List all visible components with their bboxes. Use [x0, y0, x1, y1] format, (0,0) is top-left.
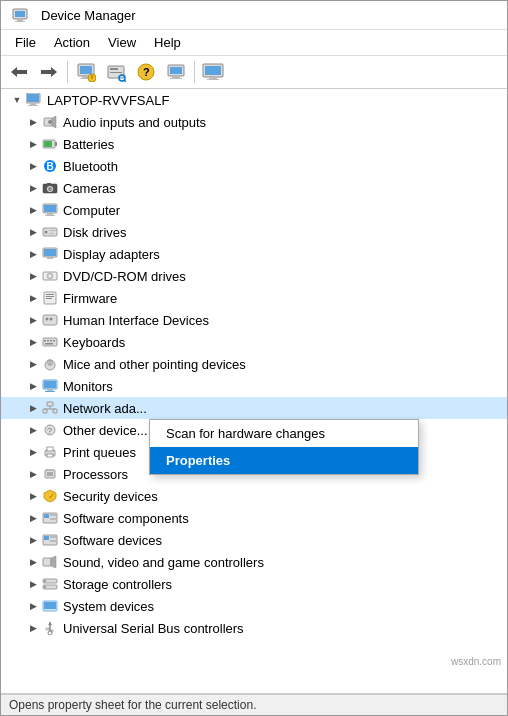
- svg-rect-7: [41, 70, 51, 74]
- disk-icon: [41, 224, 59, 240]
- svg-rect-23: [172, 76, 180, 78]
- tree-item-dvd[interactable]: ▶ DVD/CD-ROM drives: [1, 265, 507, 287]
- processors-label: Processors: [63, 467, 128, 482]
- title-bar: Device Manager: [1, 1, 507, 30]
- tree-item-software-devices[interactable]: ▶ Software devices: [1, 529, 507, 551]
- batteries-label: Batteries: [63, 137, 114, 152]
- svg-rect-16: [110, 72, 122, 73]
- chevron-mice: ▶: [25, 359, 41, 369]
- root-label: LAPTOP-RVVFSALF: [47, 93, 169, 108]
- svg-rect-66: [43, 338, 57, 346]
- svg-point-35: [48, 120, 52, 124]
- context-menu-scan[interactable]: Scan for hardware changes: [150, 420, 418, 447]
- disk-label: Disk drives: [63, 225, 127, 240]
- window-title: Device Manager: [41, 8, 136, 23]
- tree-item-system[interactable]: ▶ System devices: [1, 595, 507, 617]
- svg-rect-89: [47, 454, 53, 457]
- scan-button[interactable]: [102, 59, 130, 85]
- svg-rect-54: [44, 249, 56, 256]
- tree-item-keyboards[interactable]: ▶ Keyboards: [1, 331, 507, 353]
- tree-item-storage[interactable]: ▶ Storage controllers: [1, 573, 507, 595]
- back-button[interactable]: [5, 59, 33, 85]
- svg-point-116: [48, 631, 52, 635]
- svg-text:?: ?: [47, 426, 52, 436]
- security-icon: ✓: [41, 488, 59, 504]
- tree-item-firmware[interactable]: ▶ Firmware: [1, 287, 507, 309]
- audio-icon: [41, 114, 59, 130]
- chevron-system: ▶: [25, 601, 41, 611]
- svg-marker-113: [48, 622, 52, 625]
- tree-item-sound[interactable]: ▶ Sound, video and game controllers: [1, 551, 507, 573]
- svg-text:✓: ✓: [48, 492, 55, 501]
- svg-rect-70: [53, 340, 55, 342]
- menu-help[interactable]: Help: [146, 32, 189, 53]
- tree-item-security[interactable]: ▶ ✓ Security devices: [1, 485, 507, 507]
- tree-item-batteries[interactable]: ▶ Batteries: [1, 133, 507, 155]
- toolbar-separator-2: [194, 61, 195, 83]
- svg-rect-78: [45, 391, 55, 392]
- tree-item-bluetooth[interactable]: ▶ B Bluetooth: [1, 155, 507, 177]
- tree-item-cameras[interactable]: ▶ Cameras: [1, 177, 507, 199]
- menu-view[interactable]: View: [100, 32, 144, 53]
- print-icon: [41, 444, 59, 460]
- svg-rect-38: [44, 141, 52, 147]
- svg-rect-76: [44, 381, 56, 388]
- svg-marker-105: [51, 556, 56, 568]
- chevron-root: ▼: [9, 95, 25, 105]
- tree-item-audio[interactable]: ▶ Audio inputs and outputs: [1, 111, 507, 133]
- svg-rect-27: [209, 77, 217, 79]
- svg-rect-61: [46, 296, 54, 297]
- firmware-icon: [41, 290, 59, 306]
- chevron-cameras: ▶: [25, 183, 41, 193]
- tree-item-mice[interactable]: ▶ Mice and other pointing devices: [1, 353, 507, 375]
- tree-item-computer[interactable]: ▶ Computer: [1, 199, 507, 221]
- display-icon: [41, 246, 59, 262]
- chevron-sound: ▶: [25, 557, 41, 567]
- context-menu-properties[interactable]: Properties: [150, 447, 418, 474]
- forward-button[interactable]: [35, 59, 63, 85]
- chevron-disk: ▶: [25, 227, 41, 237]
- tree-item-disk[interactable]: ▶ Disk drives: [1, 221, 507, 243]
- tree-area[interactable]: ▼ LAPTOP-RVVFSALF ▶ Audio inputs and out…: [1, 89, 507, 694]
- bluetooth-icon: B: [41, 158, 59, 174]
- other-label: Other device...: [63, 423, 148, 438]
- properties-button[interactable]: [72, 59, 100, 85]
- monitors-label: Monitors: [63, 379, 113, 394]
- svg-line-18: [124, 80, 126, 82]
- chevron-audio: ▶: [25, 117, 41, 127]
- tree-item-network[interactable]: ▶ Network ada...: [1, 397, 507, 419]
- software-components-icon: [41, 510, 59, 526]
- dvd-icon: [41, 268, 59, 284]
- firmware-label: Firmware: [63, 291, 117, 306]
- print-label: Print queues: [63, 445, 136, 460]
- status-text: Opens property sheet for the current sel…: [9, 698, 256, 712]
- svg-marker-6: [51, 67, 57, 77]
- svg-rect-24: [170, 78, 182, 79]
- storage-label: Storage controllers: [63, 577, 172, 592]
- display-button[interactable]: [199, 59, 227, 85]
- properties-label: Properties: [166, 453, 230, 468]
- svg-rect-81: [53, 409, 57, 413]
- network-label: Network ada...: [63, 401, 147, 416]
- menu-action[interactable]: Action: [46, 32, 98, 53]
- tree-item-hid[interactable]: ▶ Human Interface Devices: [1, 309, 507, 331]
- help-button[interactable]: ?: [132, 59, 160, 85]
- tree-item-monitors[interactable]: ▶ Monitors: [1, 375, 507, 397]
- chevron-monitors: ▶: [25, 381, 41, 391]
- svg-rect-103: [50, 540, 56, 542]
- svg-rect-114: [46, 628, 49, 630]
- svg-rect-55: [47, 257, 53, 259]
- update-button[interactable]: [162, 59, 190, 85]
- tree-item-software-components[interactable]: ▶ Software components: [1, 507, 507, 529]
- chevron-display: ▶: [25, 249, 41, 259]
- chevron-print: ▶: [25, 447, 41, 457]
- computer-item-icon: [41, 202, 59, 218]
- svg-rect-5: [17, 70, 27, 74]
- tree-item-root[interactable]: ▼ LAPTOP-RVVFSALF: [1, 89, 507, 111]
- svg-point-108: [44, 580, 46, 582]
- tree-item-display[interactable]: ▶ Display adapters: [1, 243, 507, 265]
- svg-rect-52: [49, 233, 54, 234]
- svg-text:B: B: [47, 161, 54, 172]
- tree-item-usb[interactable]: ▶ Universal Serial Bus controllers: [1, 617, 507, 639]
- menu-file[interactable]: File: [7, 32, 44, 53]
